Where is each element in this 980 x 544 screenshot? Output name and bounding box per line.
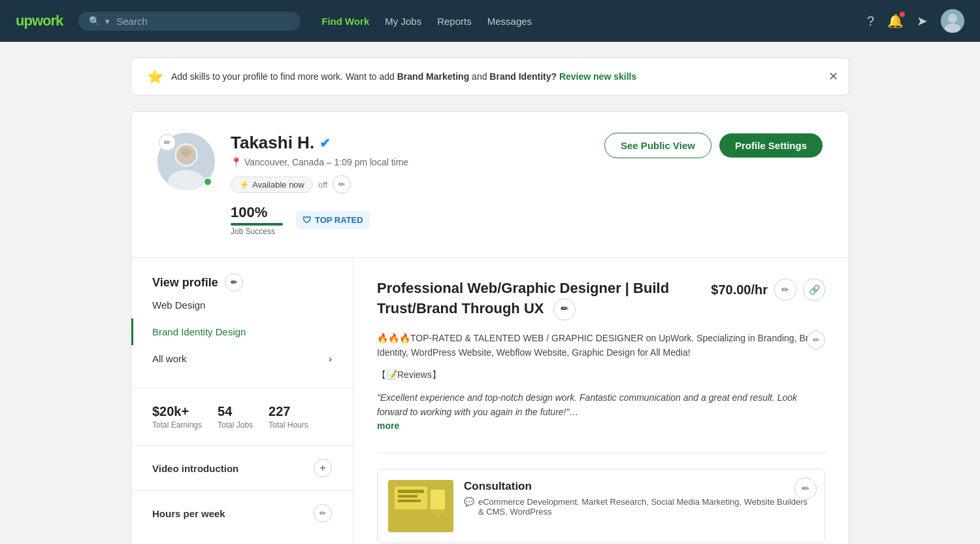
job-success-fill (231, 223, 283, 226)
nav-actions: ? 🔔 ➤ (867, 9, 964, 33)
hours-per-week-section: Hours per week ✏ (131, 491, 353, 536)
banner-text: Add skills to your profile to find more … (171, 71, 636, 82)
job-title: Professional Web/Graphic Designer | Buil… (377, 279, 711, 320)
top-rated-badge: 🛡 TOP RATED (296, 211, 370, 229)
review-quote: "Excellent experience and top-notch desi… (377, 390, 825, 420)
view-profile-title-row: View profile ✏ (152, 273, 332, 292)
content-divider (377, 452, 825, 453)
logo[interactable]: upwork (16, 12, 63, 29)
consultation-thumbnail (388, 480, 453, 532)
nav-messages[interactable]: Messages (487, 16, 532, 27)
consultation-tags: 💬 eCommerce Development, Market Research… (464, 497, 814, 517)
profile-availability-row: ⚡ Available now off ✏ (231, 175, 589, 194)
sidebar-item-all-work[interactable]: All work › (152, 345, 332, 372)
notification-icon[interactable]: 🔔 (887, 13, 904, 29)
logo-text: up (16, 12, 32, 29)
stat-total-hours: 227 Total Hours (269, 404, 308, 430)
consultation-card: Consultation 💬 eCommerce Development, Ma… (377, 469, 825, 543)
video-intro-section: Video introduction + (131, 446, 353, 491)
avatar-edit-button[interactable]: ✏ (159, 134, 176, 151)
rate-link-button[interactable]: 🔗 (803, 279, 825, 301)
hourly-rate: $70.00/hr (711, 282, 768, 298)
logo-accent: work (32, 12, 63, 29)
rate-edit-button[interactable]: ✏ (774, 279, 796, 301)
online-status-dot (203, 177, 212, 186)
view-profile-label: View profile (152, 276, 218, 290)
verified-icon: ✔ (319, 135, 331, 151)
view-profile-section: View profile ✏ Web Design Brand Identity… (131, 258, 353, 388)
reviews-label: 【📝Reviews】 (377, 367, 825, 382)
profile-name: Takashi H. (231, 133, 314, 153)
bolt-icon: ⚡ (239, 180, 250, 190)
job-success-block: 100% Job Success (231, 204, 283, 236)
search-dropdown-icon: ▾ (105, 16, 110, 26)
consultation-edit-button[interactable]: ✏ (794, 477, 817, 500)
stats-row: $20k+ Total Earnings 54 Total Jobs 227 T… (131, 388, 353, 446)
profile-body: View profile ✏ Web Design Brand Identity… (131, 258, 849, 544)
profile-actions: See Public View Profile Settings (604, 133, 823, 158)
bio-edit-button[interactable]: ✏ (807, 331, 825, 349)
search-icon: 🔍 (89, 16, 100, 26)
nav-reports[interactable]: Reports (437, 16, 472, 27)
rate-edit-row: $70.00/hr ✏ 🔗 (711, 279, 825, 301)
profile-content: Professional Web/Graphic Designer | Buil… (353, 258, 849, 544)
svg-rect-11 (398, 495, 417, 498)
job-title-edit-button[interactable]: ✏ (553, 298, 576, 320)
availability-badge[interactable]: ⚡ Available now (231, 177, 313, 193)
profile-sidebar: View profile ✏ Web Design Brand Identity… (131, 258, 353, 544)
review-skills-link[interactable]: Review new skills (559, 71, 636, 82)
consultation-info: Consultation 💬 eCommerce Development, Ma… (464, 480, 814, 517)
availability-toggle-label: off (318, 180, 327, 190)
avatar-wrapper: ✏ (157, 133, 215, 190)
add-video-intro-button[interactable]: + (314, 459, 332, 477)
profile-header: ✏ Takashi H. ✔ 📍 Vancouver, Canada – 1:0… (131, 112, 849, 258)
nav-links: Find Work My Jobs Reports Messages (321, 16, 857, 27)
profile-info: Takashi H. ✔ 📍 Vancouver, Canada – 1:09 … (231, 133, 589, 236)
stat-earnings: $20k+ Total Earnings (152, 404, 202, 430)
skills-banner: ⭐ Add skills to your profile to find mor… (131, 58, 849, 95)
bio-text: 🔥🔥🔥TOP-RATED & TALENTED WEB / GRAPHIC DE… (377, 331, 825, 360)
banner-close-icon[interactable]: ✕ (828, 69, 838, 84)
user-avatar[interactable] (941, 9, 964, 33)
search-bar[interactable]: 🔍 ▾ (78, 12, 301, 31)
job-title-section: Professional Web/Graphic Designer | Buil… (377, 279, 825, 432)
svg-point-1 (948, 14, 957, 23)
svg-rect-13 (431, 490, 445, 509)
chevron-right-icon: › (329, 353, 332, 364)
main-profile-card: ✏ Takashi H. ✔ 📍 Vancouver, Canada – 1:0… (131, 111, 849, 544)
profile-settings-button[interactable]: Profile Settings (719, 133, 823, 158)
more-link[interactable]: more (377, 420, 399, 431)
location-icon: 📍 (231, 157, 242, 167)
profile-name-row: Takashi H. ✔ (231, 133, 589, 153)
availability-edit-button[interactable]: ✏ (333, 175, 351, 194)
svg-point-7 (181, 148, 191, 156)
cursor-icon[interactable]: ➤ (917, 13, 928, 29)
see-public-view-button[interactable]: See Public View (604, 133, 711, 158)
shield-icon: 🛡 (302, 215, 311, 225)
job-success-bar (231, 223, 283, 226)
sidebar-item-web-design[interactable]: Web Design (152, 292, 332, 318)
hours-per-week-label: Hours per week (152, 508, 225, 519)
navbar: upwork 🔍 ▾ Find Work My Jobs Reports Mes… (0, 0, 980, 42)
chat-icon: 💬 (464, 497, 474, 507)
video-intro-label: Video introduction (152, 463, 238, 474)
job-success-percent: 100% (231, 204, 283, 221)
profile-stats-row: 100% Job Success 🛡 TOP RATED (231, 204, 589, 236)
bio-section: ✏ 🔥🔥🔥TOP-RATED & TALENTED WEB / GRAPHIC … (377, 331, 825, 432)
hours-per-week-edit-button[interactable]: ✏ (314, 504, 332, 522)
search-input[interactable] (116, 16, 290, 27)
nav-my-jobs[interactable]: My Jobs (385, 16, 421, 27)
svg-rect-12 (398, 500, 421, 502)
view-profile-edit-button[interactable]: ✏ (225, 273, 243, 292)
job-success-label: Job Success (231, 227, 283, 236)
notification-dot (900, 12, 905, 17)
svg-rect-10 (398, 490, 424, 493)
job-title-row: Professional Web/Graphic Designer | Buil… (377, 279, 825, 320)
help-icon[interactable]: ? (867, 14, 874, 29)
banner-star-icon: ⭐ (147, 69, 163, 84)
nav-find-work[interactable]: Find Work (321, 16, 369, 27)
profile-location: 📍 Vancouver, Canada – 1:09 pm local time (231, 157, 589, 167)
consultation-title: Consultation (464, 480, 814, 493)
sidebar-item-brand-identity[interactable]: Brand Identity Design (131, 318, 332, 345)
stat-total-jobs: 54 Total Jobs (218, 404, 253, 430)
